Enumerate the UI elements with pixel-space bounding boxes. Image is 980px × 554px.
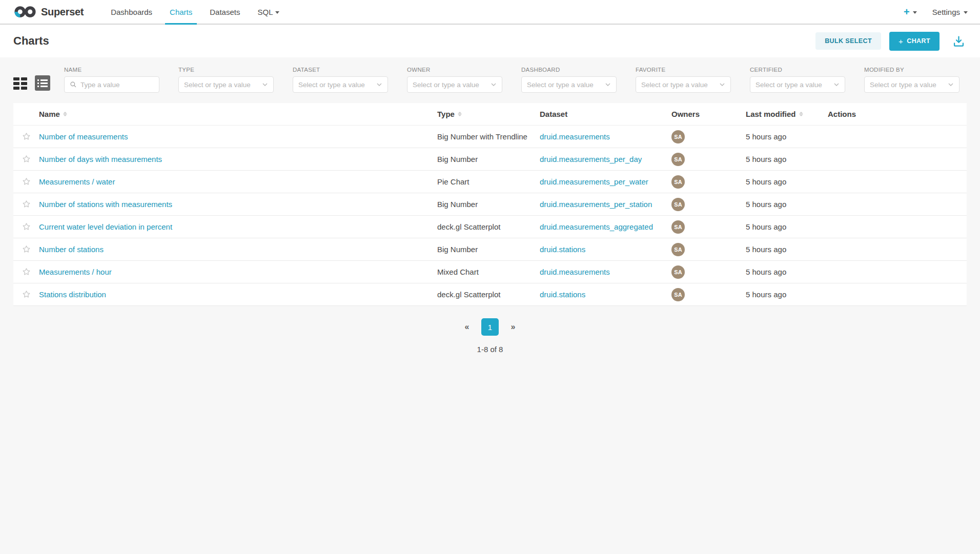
list-view-icon[interactable]	[35, 75, 50, 91]
column-header-last-modified[interactable]: Last modified	[746, 110, 828, 118]
chart-name-link[interactable]: Stations distribution	[39, 290, 106, 299]
chart-name-link[interactable]: Current water level deviation in percent	[39, 222, 172, 231]
dataset-link[interactable]: druid.measurements	[540, 268, 610, 276]
chart-type: Big Number	[437, 155, 540, 163]
filter-label: MODIFIED BY	[864, 67, 959, 73]
page-header: Charts BULK SELECT + CHART	[0, 25, 980, 57]
chevron-down-icon	[275, 11, 279, 14]
nav-item-dashboards[interactable]: Dashboards	[102, 0, 161, 24]
select-placeholder: Select or type a value	[527, 81, 601, 89]
favorite-star-icon[interactable]	[13, 290, 39, 299]
chart-type: deck.gl Scatterplot	[437, 222, 540, 231]
nav-item-sql[interactable]: SQL	[249, 0, 288, 24]
table-row: Measurements / hour Mixed Chart druid.me…	[13, 261, 967, 283]
settings-label: Settings	[932, 8, 960, 16]
new-item-menu[interactable]: +	[904, 7, 917, 17]
modified-by-filter-select[interactable]: Select or type a value	[864, 76, 959, 93]
settings-menu[interactable]: Settings	[932, 8, 968, 16]
chart-name-link[interactable]: Number of stations with measurements	[39, 200, 172, 209]
nav-label: Charts	[170, 8, 192, 16]
last-modified: 5 hours ago	[746, 245, 828, 254]
chevron-down-icon	[913, 11, 917, 14]
dataset-link[interactable]: druid.stations	[540, 245, 585, 254]
chart-name-link[interactable]: Number of days with measurements	[39, 155, 162, 163]
favorite-star-icon[interactable]	[13, 154, 39, 164]
select-placeholder: Select or type a value	[641, 81, 716, 89]
column-header-type[interactable]: Type	[437, 110, 540, 118]
card-view-icon[interactable]	[13, 77, 28, 89]
chevron-down-icon	[376, 81, 382, 88]
chart-name-link[interactable]: Measurements / hour	[39, 268, 112, 276]
owner-filter-select[interactable]: Select or type a value	[407, 76, 502, 93]
favorite-star-icon[interactable]	[13, 177, 39, 187]
chart-type: Big Number with Trendline	[437, 132, 540, 141]
favorite-star-icon[interactable]	[13, 267, 39, 277]
filter-owner: OWNER Select or type a value	[407, 67, 502, 93]
filter-type: TYPE Select or type a value	[178, 67, 274, 93]
next-page-button[interactable]: »	[505, 319, 521, 335]
add-chart-button[interactable]: + CHART	[889, 32, 940, 51]
nav-item-charts[interactable]: Charts	[161, 0, 201, 24]
filter-label: DATASET	[293, 67, 388, 73]
chart-name-link[interactable]: Measurements / water	[39, 177, 115, 186]
nav-label: Dashboards	[111, 8, 152, 16]
filter-label: CERTIFIED	[750, 67, 845, 73]
superset-logo[interactable]: Superset	[13, 0, 84, 24]
dataset-link[interactable]: druid.measurements_per_water	[540, 177, 648, 186]
chart-name-link[interactable]: Number of measurements	[39, 132, 128, 141]
chevron-down-icon	[833, 81, 840, 88]
type-filter-select[interactable]: Select or type a value	[178, 76, 274, 93]
chart-type: Big Number	[437, 245, 540, 254]
column-label: Name	[39, 110, 60, 118]
filter-dashboard: DASHBOARD Select or type a value	[521, 67, 617, 93]
owner-avatar: SA	[671, 265, 685, 279]
page-1-button[interactable]: 1	[481, 318, 499, 336]
chevron-down-icon	[605, 81, 611, 88]
dataset-link[interactable]: druid.measurements	[540, 132, 610, 141]
favorite-star-icon[interactable]	[13, 199, 39, 209]
export-button[interactable]	[951, 33, 967, 49]
column-header-name[interactable]: Name	[39, 110, 437, 118]
chevron-down-icon	[491, 81, 497, 88]
chart-type: Big Number	[437, 200, 540, 209]
last-modified: 5 hours ago	[746, 222, 828, 231]
select-placeholder: Select or type a value	[184, 81, 258, 89]
nav-item-datasets[interactable]: Datasets	[201, 0, 249, 24]
nav-label: SQL	[257, 8, 273, 16]
plus-icon: +	[904, 7, 910, 17]
favorite-star-icon[interactable]	[13, 244, 39, 254]
favorite-star-icon[interactable]	[13, 222, 39, 232]
chevron-down-icon	[964, 11, 968, 14]
brand-text: Superset	[41, 6, 84, 18]
name-filter-box[interactable]	[64, 76, 159, 93]
chart-type: Mixed Chart	[437, 268, 540, 276]
name-filter-input[interactable]	[80, 81, 154, 89]
top-navbar: Superset Dashboards Charts Datasets SQL …	[0, 0, 980, 25]
filter-certified: CERTIFIED Select or type a value	[750, 67, 845, 93]
favorite-star-icon[interactable]	[13, 132, 39, 141]
table-header-row: Name Type Dataset Owners Last modified A…	[13, 103, 967, 126]
favorite-filter-select[interactable]: Select or type a value	[636, 76, 731, 93]
filter-label: OWNER	[407, 67, 502, 73]
dataset-link[interactable]: druid.measurements_aggregated	[540, 222, 653, 231]
dashboard-filter-select[interactable]: Select or type a value	[521, 76, 617, 93]
dataset-filter-select[interactable]: Select or type a value	[293, 76, 388, 93]
main-nav: Dashboards Charts Datasets SQL	[102, 0, 288, 24]
dataset-link[interactable]: druid.measurements_per_day	[540, 155, 642, 163]
page-title: Charts	[13, 34, 49, 48]
column-header-dataset: Dataset	[540, 110, 671, 118]
chevron-down-icon	[262, 81, 268, 88]
dataset-link[interactable]: druid.measurements_per_station	[540, 200, 652, 209]
table-row: Number of measurements Big Number with T…	[13, 126, 967, 148]
sort-icon	[799, 112, 803, 116]
download-icon	[952, 34, 966, 48]
prev-page-button[interactable]: «	[459, 319, 475, 335]
owner-avatar: SA	[671, 220, 685, 234]
last-modified: 5 hours ago	[746, 155, 828, 163]
certified-filter-select[interactable]: Select or type a value	[750, 76, 845, 93]
chart-name-link[interactable]: Number of stations	[39, 245, 104, 254]
chart-type: deck.gl Scatterplot	[437, 290, 540, 299]
dataset-link[interactable]: druid.stations	[540, 290, 585, 299]
owner-avatar: SA	[671, 288, 685, 301]
bulk-select-button[interactable]: BULK SELECT	[815, 32, 881, 50]
